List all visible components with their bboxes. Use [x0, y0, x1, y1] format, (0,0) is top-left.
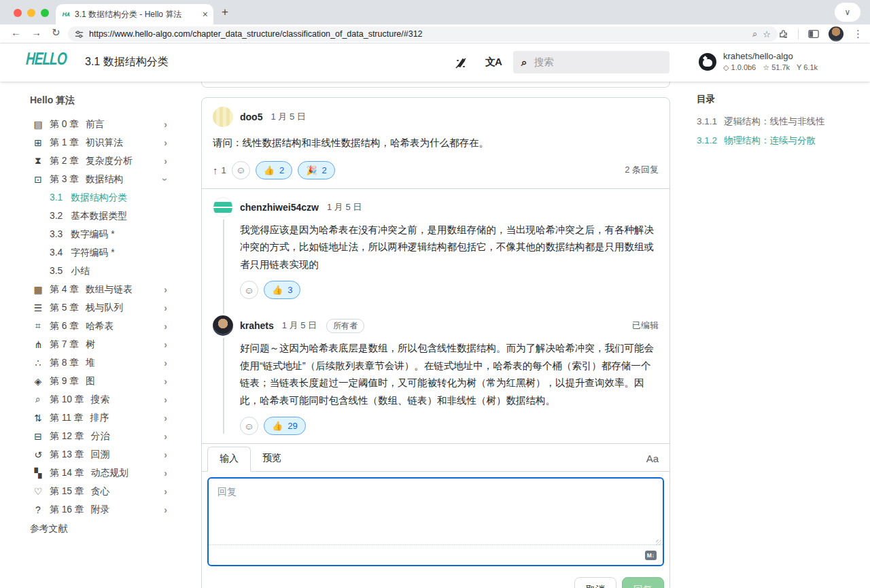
- sidebar-subitem-3.5[interactable]: 3.5小结: [0, 262, 197, 280]
- back-icon[interactable]: ←: [11, 27, 21, 38]
- avatar[interactable]: [213, 315, 233, 336]
- close-window-button[interactable]: [14, 9, 22, 17]
- theme-toggle-icon[interactable]: [454, 56, 468, 70]
- sidebar-item-chapter-0[interactable]: ▤第 0 章前言›: [0, 115, 197, 133]
- add-reaction-button[interactable]: ☺: [232, 161, 250, 179]
- chapter-number: 第 0 章: [50, 118, 79, 131]
- text-format-icon[interactable]: Aa: [646, 453, 659, 471]
- chevron-down-icon[interactable]: ∨: [835, 3, 860, 22]
- site-settings-tune-icon[interactable]: [75, 30, 84, 39]
- extensions-puzzle-icon[interactable]: [778, 29, 788, 39]
- sidebar-subitem-3.4[interactable]: 3.4字符编码 *: [0, 243, 197, 262]
- github-repo-widget[interactable]: krahets/hello-algo ◇ 1.0.0b6 ☆ 51.7k Y 6…: [699, 51, 818, 72]
- hello-algo-logo[interactable]: HELLO: [25, 49, 80, 77]
- kebab-menu-icon[interactable]: ⋮: [853, 28, 863, 40]
- tab-preview[interactable]: 预览: [251, 447, 293, 471]
- upvote-count: 1: [222, 165, 226, 175]
- chevron-right-icon[interactable]: ›: [164, 358, 167, 368]
- upvote-button[interactable]: ↑ 1: [213, 165, 226, 176]
- sidebar-item-chapter-4[interactable]: ▦第 4 章数组与链表›: [0, 280, 197, 298]
- resize-grip[interactable]: [656, 540, 661, 545]
- sidebar-item-chapter-3[interactable]: ⊡第 3 章数据结构›: [0, 170, 197, 188]
- sidebar-item-chapter-10[interactable]: ⌕第 10 章搜索›: [0, 390, 197, 409]
- sidebar-item-chapter-2[interactable]: ⧗第 2 章复杂度分析›: [0, 152, 197, 170]
- sidebar-item-chapter-16[interactable]: ?第 16 章附录›: [0, 500, 197, 519]
- chevron-right-icon[interactable]: ›: [164, 504, 167, 515]
- chevron-right-icon[interactable]: ›: [164, 321, 167, 332]
- fullscreen-window-button[interactable]: [41, 9, 49, 17]
- side-panel-icon[interactable]: [808, 29, 819, 39]
- comment-author[interactable]: doo5: [240, 111, 262, 122]
- chapter-number: 第 3 章: [50, 173, 79, 186]
- chevron-right-icon[interactable]: ›: [164, 468, 167, 479]
- repo-name[interactable]: krahets/hello-algo: [723, 51, 818, 61]
- comment-date[interactable]: 1 月 5 日: [271, 111, 305, 123]
- array-icon: ▦: [31, 284, 45, 295]
- add-reaction-button[interactable]: ☺: [240, 417, 258, 435]
- sidebar-item-references[interactable]: 参考文献: [0, 519, 197, 537]
- chapter-label: 初识算法: [86, 137, 123, 149]
- bookmark-star-icon[interactable]: ☆: [763, 29, 771, 39]
- chevron-right-icon[interactable]: ›: [164, 339, 167, 350]
- sidebar-item-chapter-13[interactable]: ↺第 13 章回溯›: [0, 445, 197, 464]
- browser-profile-avatar[interactable]: [829, 27, 843, 41]
- cancel-button[interactable]: 取消: [574, 577, 616, 588]
- sidebar-item-chapter-5[interactable]: ☰第 5 章栈与队列›: [0, 298, 197, 317]
- add-reaction-button[interactable]: ☺: [240, 281, 258, 299]
- sidebar-item-chapter-11[interactable]: ⇅第 11 章排序›: [0, 409, 197, 427]
- new-tab-button[interactable]: +: [222, 5, 228, 19]
- tab-close-icon[interactable]: ×: [203, 10, 208, 19]
- sidebar-item-chapter-6[interactable]: ⌗第 6 章哈希表›: [0, 317, 197, 335]
- reaction-pill-thumbsup[interactable]: 👍 3: [264, 281, 300, 299]
- search-box[interactable]: ⌕ 搜索: [513, 51, 669, 73]
- sidebar-item-chapter-15[interactable]: ♡第 15 章贪心›: [0, 482, 197, 500]
- tab-write[interactable]: 输入: [207, 447, 251, 472]
- chevron-right-icon[interactable]: ›: [164, 156, 167, 167]
- sidebar-item-chapter-12[interactable]: ⊟第 12 章分治›: [0, 427, 197, 445]
- sidebar-brand[interactable]: Hello 算法: [0, 94, 197, 115]
- chevron-down-icon[interactable]: ›: [160, 177, 171, 181]
- chevron-right-icon[interactable]: ›: [164, 449, 167, 460]
- chapter-number: 第 5 章: [50, 302, 79, 314]
- sidebar-subitem-3.1[interactable]: 3.1数据结构分类: [0, 188, 197, 207]
- forward-icon[interactable]: →: [31, 27, 41, 38]
- chapter-sidebar: Hello 算法 ▤第 0 章前言›⊞第 1 章初识算法›⧗第 2 章复杂度分析…: [0, 82, 197, 588]
- toc-item-3.1.2[interactable]: 3.1.2物理结构：连续与分散: [697, 131, 864, 150]
- chevron-right-icon[interactable]: ›: [164, 413, 167, 423]
- tab-title: 3.1 数据结构分类 - Hello 算法: [75, 9, 189, 20]
- chevron-right-icon[interactable]: ›: [164, 486, 167, 497]
- reaction-pill-thumbsup[interactable]: 👍 2: [256, 161, 292, 179]
- minimize-window-button[interactable]: [27, 9, 35, 17]
- comment-date[interactable]: 1 月 5 日: [282, 319, 317, 332]
- avatar[interactable]: [213, 107, 233, 127]
- comment-author[interactable]: chenzhiwei54czw: [240, 202, 319, 213]
- comment-date[interactable]: 1 月 5 日: [327, 201, 362, 213]
- chevron-right-icon[interactable]: ›: [164, 119, 167, 130]
- toc-item-3.1.1[interactable]: 3.1.1逻辑结构：线性与非线性: [697, 112, 864, 131]
- sidebar-subitem-3.3[interactable]: 3.3数字编码 *: [0, 225, 197, 243]
- chevron-right-icon[interactable]: ›: [164, 431, 167, 442]
- chevron-right-icon[interactable]: ›: [164, 394, 167, 405]
- sidebar-subitem-3.2[interactable]: 3.2基本数据类型: [0, 207, 197, 225]
- reaction-pill-party[interactable]: 🎉 2: [298, 161, 334, 179]
- reaction-pill-thumbsup[interactable]: 👍 29: [264, 417, 306, 435]
- avatar[interactable]: [213, 197, 233, 218]
- chevron-right-icon[interactable]: ›: [164, 137, 167, 148]
- reply-submit-button[interactable]: 回复: [622, 577, 664, 588]
- chevron-right-icon[interactable]: ›: [164, 376, 167, 387]
- address-bar[interactable]: https://www.hello-algo.com/chapter_data_…: [68, 27, 778, 41]
- chevron-right-icon[interactable]: ›: [164, 302, 167, 313]
- chevron-right-icon[interactable]: ›: [164, 284, 167, 295]
- language-switch-icon[interactable]: 文A: [485, 56, 502, 69]
- sidebar-item-chapter-14[interactable]: ▚第 14 章动态规划›: [0, 464, 197, 482]
- sidebar-item-chapter-9[interactable]: ◈第 9 章图›: [0, 372, 197, 390]
- sidebar-item-chapter-8[interactable]: ∴第 8 章堆›: [0, 353, 197, 372]
- zoom-icon[interactable]: ⌕: [752, 29, 757, 39]
- reload-icon[interactable]: ↻: [52, 27, 60, 39]
- browser-tab[interactable]: H۸ 3.1 数据结构分类 - Hello 算法 ×: [56, 4, 213, 24]
- sidebar-item-chapter-7[interactable]: ⋔第 7 章树›: [0, 335, 197, 353]
- reply-textarea[interactable]: 回复 M↓: [207, 477, 664, 566]
- url-text[interactable]: https://www.hello-algo.com/chapter_data_…: [89, 29, 747, 39]
- sidebar-item-chapter-1[interactable]: ⊞第 1 章初识算法›: [0, 133, 197, 152]
- comment-author[interactable]: krahets: [240, 320, 274, 331]
